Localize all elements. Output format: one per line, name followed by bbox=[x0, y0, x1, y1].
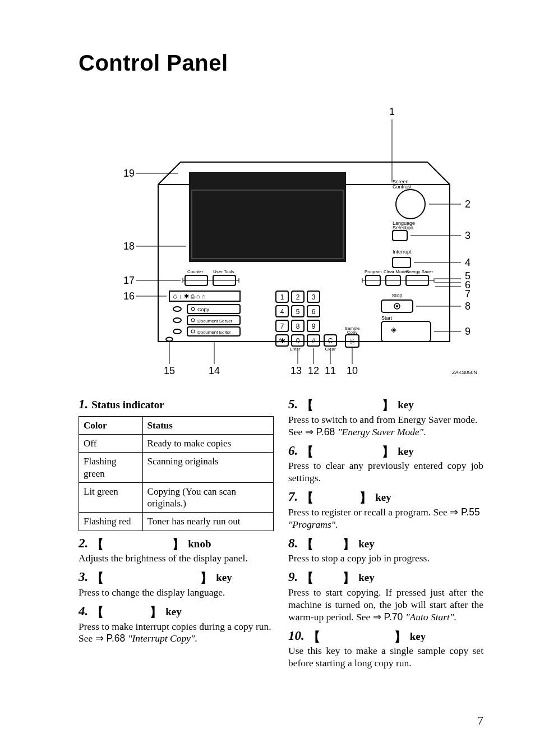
item-2-head: 2. 【 】 knob bbox=[79, 536, 274, 552]
svg-text:Counter: Counter bbox=[187, 269, 204, 274]
item-6-body: Press to clear any previously entered co… bbox=[288, 460, 483, 485]
svg-rect-4 bbox=[393, 231, 407, 241]
item-2-body: Adjusts the brightness of the display pa… bbox=[79, 552, 274, 565]
item-4-head: 4. 【 】 key bbox=[79, 603, 274, 620]
svg-text:#: # bbox=[312, 337, 316, 345]
reference-arrow: ⇒ P.55 bbox=[450, 506, 480, 518]
item-title: Status indicator bbox=[91, 398, 164, 412]
item-10-body: Use this key to make a single sample cop… bbox=[288, 645, 483, 670]
callout-12: 12 bbox=[308, 365, 319, 375]
page-title: Control Panel bbox=[79, 50, 483, 76]
item-3-body: Press to change the display language. bbox=[79, 587, 274, 599]
svg-text:Start: Start bbox=[381, 315, 393, 321]
reference-title: "Energy Saver Mode" bbox=[338, 426, 423, 437]
table-row: Off Ready to make copies bbox=[79, 435, 274, 453]
svg-text:⎘: ⎘ bbox=[350, 338, 355, 345]
svg-text:⁄✱: ⁄✱ bbox=[277, 337, 285, 345]
item-number: 5. bbox=[288, 397, 298, 413]
item-5-head: 5. 【 】 key bbox=[288, 397, 483, 413]
table-row: Flashing green Scanning originals bbox=[79, 453, 274, 483]
item-number: 1. bbox=[79, 397, 88, 413]
item-4-body: Press to make interrupt copies during a … bbox=[79, 621, 274, 646]
item-7-head: 7. 【 】 key bbox=[288, 489, 483, 505]
svg-text:Contrast: Contrast bbox=[393, 184, 412, 190]
svg-text:0: 0 bbox=[296, 337, 300, 345]
item-6-head: 6. 【 】 key bbox=[288, 443, 483, 459]
callout-13: 13 bbox=[290, 365, 302, 375]
callout-19: 19 bbox=[123, 168, 135, 179]
item-number: 6. bbox=[288, 443, 298, 459]
item-8-head: 8. 【 】 key bbox=[288, 536, 483, 552]
reference-title: "Programs" bbox=[288, 519, 335, 530]
item-suffix: key bbox=[410, 630, 426, 643]
svg-text:◈: ◈ bbox=[391, 325, 396, 334]
callout-3: 3 bbox=[465, 230, 471, 241]
svg-text:Selection: Selection bbox=[393, 225, 413, 231]
callout-2: 2 bbox=[465, 199, 471, 210]
callout-17: 17 bbox=[123, 275, 135, 286]
callout-9: 9 bbox=[465, 326, 471, 337]
diagram-part-number: ZAKS050N bbox=[452, 370, 477, 375]
svg-point-2 bbox=[396, 190, 425, 219]
control-panel-diagram: Screen Contrast Language Selection Inter… bbox=[113, 100, 483, 375]
svg-text:Enter: Enter bbox=[289, 347, 300, 352]
callout-16: 16 bbox=[123, 291, 135, 302]
status-col-header: Color bbox=[79, 416, 143, 434]
svg-point-33 bbox=[166, 338, 173, 342]
svg-text:Interrupt: Interrupt bbox=[393, 249, 412, 255]
svg-text:1: 1 bbox=[280, 293, 284, 301]
item-number: 4. bbox=[79, 603, 88, 620]
svg-rect-27 bbox=[187, 305, 240, 314]
callout-8: 8 bbox=[465, 301, 471, 312]
callout-1: 1 bbox=[389, 106, 395, 117]
item-3-head: 3. 【 】 key bbox=[79, 569, 274, 586]
item-suffix: key bbox=[165, 605, 182, 619]
svg-text:7: 7 bbox=[280, 322, 284, 330]
status-col-header: Status bbox=[142, 416, 273, 434]
table-row: Lit green Copying (You can scan original… bbox=[79, 482, 274, 513]
svg-point-36 bbox=[191, 319, 195, 322]
svg-rect-7 bbox=[393, 257, 411, 268]
item-number: 7. bbox=[288, 489, 298, 505]
figure-container: Screen Contrast Language Selection Inter… bbox=[79, 100, 483, 375]
svg-text:5: 5 bbox=[296, 308, 300, 316]
svg-text:Clear Modes: Clear Modes bbox=[384, 269, 409, 274]
callout-10: 10 bbox=[347, 365, 358, 375]
svg-text:6: 6 bbox=[312, 308, 316, 316]
svg-point-32 bbox=[173, 329, 181, 334]
item-number: 2. bbox=[79, 536, 88, 552]
item-suffix: key bbox=[398, 398, 414, 412]
item-9-body: Press to start copying. If pressed just … bbox=[288, 587, 483, 624]
item-suffix: key bbox=[358, 537, 375, 551]
item-suffix: knob bbox=[188, 537, 211, 551]
svg-rect-76 bbox=[381, 321, 431, 342]
item-suffix: key bbox=[358, 571, 375, 584]
callout-18: 18 bbox=[123, 241, 135, 252]
page-number: 7 bbox=[477, 713, 483, 728]
item-number: 3. bbox=[79, 569, 88, 586]
callout-15: 15 bbox=[164, 365, 175, 375]
right-column: 5. 【 】 key Press to switch to and from E… bbox=[288, 392, 483, 670]
svg-text:2: 2 bbox=[296, 293, 300, 301]
svg-text:3: 3 bbox=[312, 293, 316, 301]
svg-text:4: 4 bbox=[280, 308, 284, 316]
item-7-body: Press to register or recall a program. S… bbox=[288, 506, 483, 531]
svg-text:C: C bbox=[328, 337, 333, 345]
item-suffix: key bbox=[398, 445, 414, 458]
item-number: 10. bbox=[288, 628, 305, 644]
item-1-head: 1. Status indicator bbox=[79, 397, 274, 413]
callout-11: 11 bbox=[325, 365, 336, 375]
svg-text:Program: Program bbox=[365, 269, 382, 274]
reference-title: "Interrupt Copy" bbox=[128, 633, 195, 644]
item-8-body: Press to stop a copy job in progress. bbox=[288, 552, 483, 565]
svg-text:User Tools: User Tools bbox=[213, 269, 234, 274]
item-number: 9. bbox=[288, 569, 298, 586]
svg-point-30 bbox=[173, 307, 181, 311]
svg-text:9: 9 bbox=[312, 322, 316, 330]
callout-4: 4 bbox=[465, 257, 471, 268]
item-9-head: 9. 【 】 key bbox=[288, 569, 483, 586]
item-10-head: 10. 【 】 key bbox=[288, 628, 483, 644]
svg-text:Copy: Copy bbox=[347, 330, 358, 335]
svg-text:8: 8 bbox=[296, 322, 300, 330]
item-suffix: key bbox=[375, 491, 391, 504]
